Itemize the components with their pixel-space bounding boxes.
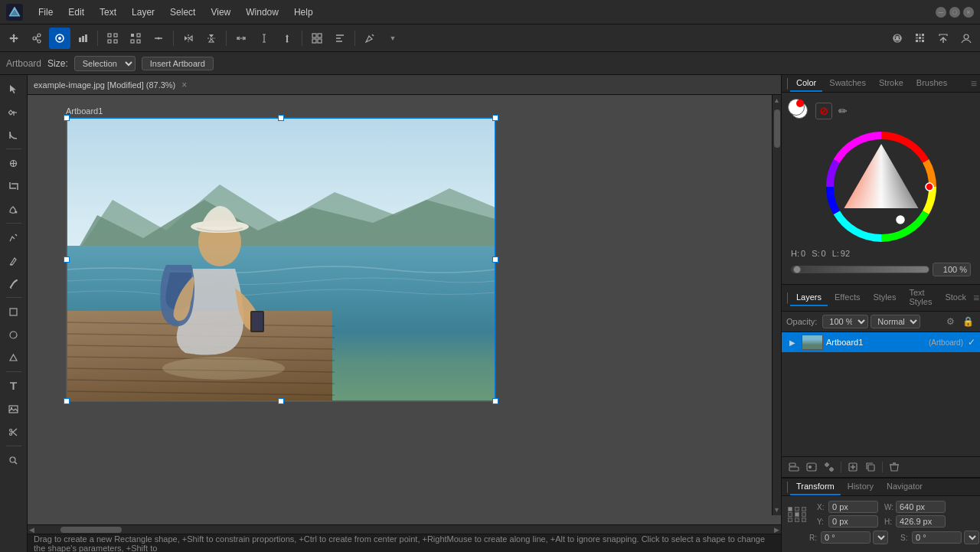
view-btn[interactable] [887, 28, 908, 49]
canvas-tab-close-btn[interactable]: × [181, 80, 187, 90]
select-persona-btn[interactable] [49, 28, 70, 49]
pixel-persona-btn[interactable] [72, 28, 93, 49]
corner-tool[interactable] [3, 124, 24, 145]
menu-text[interactable]: Text [93, 5, 122, 19]
r-input[interactable] [821, 531, 871, 544]
fill-tool[interactable] [3, 198, 24, 220]
x-input[interactable] [828, 501, 878, 513]
adjust-layer-btn[interactable] [822, 459, 837, 475]
transform-tool[interactable] [3, 152, 24, 174]
scissors-tool[interactable] [3, 421, 24, 443]
transform-panel-collapse-btn[interactable]: │ [785, 482, 789, 492]
tab-stock[interactable]: Stock [939, 289, 972, 306]
opacity-slider-track[interactable] [791, 266, 929, 273]
maximize-btn[interactable]: □ [949, 7, 960, 18]
layer-item-artboard1[interactable]: ▶ Artboard1 (Artboard) ✓ [782, 332, 980, 352]
add-node-btn[interactable] [102, 28, 123, 49]
ellipse-tool[interactable] [3, 324, 24, 345]
close-btn[interactable]: × [963, 7, 974, 18]
canvas-viewport[interactable]: Artboard1 [28, 95, 781, 524]
color-picker-btn[interactable]: ✏ [838, 105, 848, 117]
pencil-tool[interactable] [3, 250, 24, 271]
move-tool-btn[interactable] [3, 28, 24, 49]
resize-width-btn[interactable] [230, 28, 252, 49]
anchor-btn[interactable] [276, 28, 298, 49]
menu-edit[interactable]: Edit [62, 5, 90, 19]
origin-tl[interactable] [788, 507, 792, 511]
minimize-btn[interactable]: ─ [936, 7, 946, 18]
handle-bot-left[interactable] [64, 398, 70, 404]
shape-tool[interactable] [3, 301, 24, 322]
handle-mid-right[interactable] [492, 256, 498, 263]
share-btn[interactable] [26, 28, 47, 49]
origin-bl[interactable] [788, 518, 792, 522]
layer-visibility-check[interactable]: ✓ [968, 337, 975, 348]
place-image-tool[interactable] [3, 398, 24, 420]
new-layer-btn[interactable] [845, 459, 861, 475]
add-layer-btn[interactable] [786, 459, 802, 475]
artboard-frame[interactable] [66, 117, 496, 402]
layer-expand-btn[interactable]: ▶ [786, 336, 799, 348]
panel-collapse-btn[interactable]: │ [785, 75, 789, 92]
menu-help[interactable]: Help [288, 5, 319, 19]
pen-tool-btn[interactable] [359, 28, 381, 49]
handle-top-left[interactable] [64, 115, 70, 121]
crop-tool[interactable] [3, 175, 24, 197]
s-dropdown[interactable]: ° [964, 531, 979, 544]
r-dropdown[interactable]: ° [873, 531, 888, 544]
duplicate-layer-btn[interactable] [863, 459, 878, 475]
tab-color[interactable]: Color [790, 75, 822, 92]
layers-opacity-dropdown[interactable]: 100 % [822, 315, 868, 328]
vscroll-thumb[interactable] [774, 109, 780, 148]
origin-mc[interactable] [795, 512, 799, 517]
origin-tr[interactable] [802, 507, 806, 511]
handle-bot-center[interactable] [278, 398, 284, 404]
opacity-input[interactable] [933, 263, 971, 276]
tab-text-styles[interactable]: Text Styles [903, 285, 938, 311]
tab-swatches[interactable]: Swatches [823, 75, 872, 92]
origin-mr[interactable] [802, 512, 806, 517]
w-input[interactable] [896, 501, 946, 513]
layers-panel-collapse-btn[interactable]: │ [785, 285, 789, 311]
layers-blend-dropdown[interactable]: Normal [871, 315, 920, 328]
pointer-tool[interactable] [3, 78, 24, 100]
menu-file[interactable]: File [32, 5, 59, 19]
align-btn[interactable] [329, 28, 351, 49]
artboard-size-dropdown[interactable]: Selection [74, 56, 136, 71]
tab-history[interactable]: History [841, 479, 880, 495]
hscroll-track[interactable] [34, 527, 774, 533]
hscroll-thumb[interactable] [60, 527, 122, 533]
hscrollbar[interactable]: ◀ ▶ [28, 524, 781, 534]
fill-stroke-selector[interactable] [788, 99, 812, 123]
fill-color-swatch[interactable] [788, 99, 805, 116]
resize-height-btn[interactable] [253, 28, 275, 49]
color-wheel-container[interactable] [788, 129, 974, 244]
vscroll-up-btn[interactable]: ▲ [773, 96, 780, 104]
pixel-view-btn[interactable] [910, 28, 931, 49]
hue-indicator[interactable] [926, 183, 933, 191]
origin-ml[interactable] [788, 512, 792, 517]
flip-horizontal-btn[interactable] [178, 28, 199, 49]
vscroll-down-btn[interactable]: ▼ [773, 506, 780, 514]
h-input[interactable] [896, 515, 946, 528]
add-mask-btn[interactable] [804, 459, 819, 475]
tab-effects[interactable]: Effects [828, 289, 866, 306]
layers-gear-icon[interactable]: ⚙ [942, 314, 958, 329]
layers-panel-more-btn[interactable]: ≡ [973, 292, 979, 304]
tab-styles[interactable]: Styles [867, 289, 902, 306]
vscrollbar[interactable]: ▲ ▼ [772, 95, 781, 515]
tab-layers[interactable]: Layers [790, 289, 828, 306]
menu-select[interactable]: Select [164, 5, 201, 19]
zoom-tool[interactable] [3, 449, 24, 471]
layers-lock-icon[interactable]: 🔒 [960, 314, 975, 329]
menu-view[interactable]: View [204, 5, 237, 19]
color-wheel-svg[interactable] [824, 129, 939, 244]
hscroll-left-btn[interactable]: ◀ [29, 526, 34, 534]
type-tool[interactable] [3, 375, 24, 397]
delete-layer-btn[interactable] [887, 459, 902, 475]
hscroll-right-btn[interactable]: ▶ [774, 526, 779, 534]
menu-layer[interactable]: Layer [126, 5, 161, 19]
handle-bot-right[interactable] [492, 398, 498, 404]
origin-bc[interactable] [795, 518, 799, 522]
color-panel-more-btn[interactable]: ≡ [971, 77, 977, 90]
